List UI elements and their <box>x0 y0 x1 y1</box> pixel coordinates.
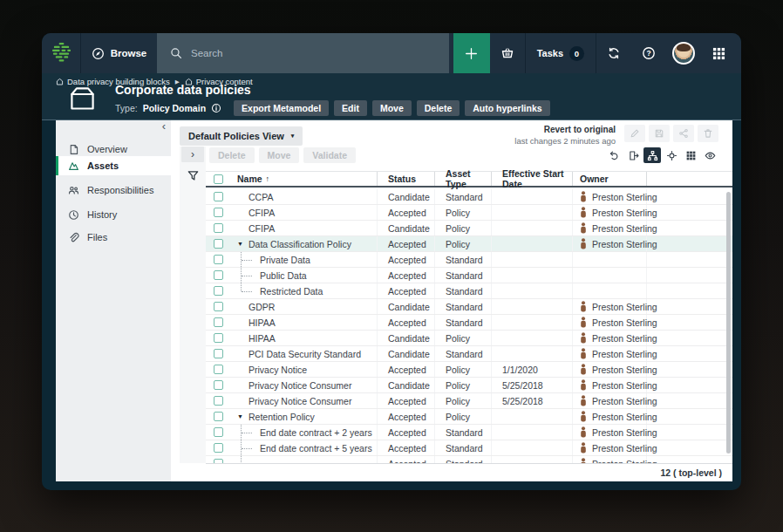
row-checkbox[interactable] <box>214 302 223 311</box>
column-header-name[interactable]: Name↑ <box>230 172 378 186</box>
sync-button[interactable] <box>596 33 631 73</box>
table-row-privacy-notice-consumer[interactable]: Privacy Notice ConsumerAcceptedPolicy5/2… <box>206 393 732 409</box>
tasks-button[interactable]: Tasks 0 <box>526 33 596 73</box>
table-row-retention-policy[interactable]: ▼Retention PolicyAcceptedPolicyPreston S… <box>206 409 732 425</box>
table-row-hipaa[interactable]: HIPAAAcceptedStandardPreston Sterling <box>206 315 732 331</box>
sidebar-item-responsibilities[interactable]: Responsibilities <box>56 181 171 199</box>
vertical-scrollbar[interactable] <box>726 192 731 454</box>
row-checkbox[interactable] <box>214 192 223 201</box>
column-header-owner[interactable]: Owner <box>573 172 647 186</box>
help-button[interactable]: ? <box>631 33 666 73</box>
expand-panel-button[interactable]: › <box>181 147 204 162</box>
asset-name-link[interactable]: Data Classification Policy <box>249 239 351 249</box>
filter-funnel-button[interactable] <box>180 169 206 182</box>
asset-name-link[interactable]: CFIPA <box>249 208 275 218</box>
row-checkbox[interactable] <box>214 317 223 327</box>
auto-hyperlinks-button[interactable]: Auto hyperlinks <box>465 100 549 116</box>
table-row-restricted-data[interactable]: Restricted DataAcceptedStandard <box>206 283 732 299</box>
table-row-end-date-contract-5-years[interactable]: End date contract + 5 yearsAcceptedStand… <box>206 440 732 456</box>
table-row-public-data[interactable]: Public DataAcceptedStandard <box>206 268 732 283</box>
sidebar-item-files[interactable]: Files <box>56 228 171 246</box>
shopping-basket-button[interactable] <box>490 33 525 73</box>
collapse-row-caret[interactable]: ▼ <box>237 413 249 419</box>
row-checkbox[interactable] <box>214 427 223 437</box>
asset-name-link[interactable]: Retention Policy <box>249 412 315 422</box>
apps-menu-button[interactable] <box>701 33 736 73</box>
eye-view-button[interactable] <box>701 147 718 163</box>
undo-view-button[interactable] <box>605 147 623 163</box>
row-checkbox[interactable] <box>214 443 223 453</box>
column-header-asset-type[interactable]: Asset Type <box>435 172 492 186</box>
column-header-effective-start-date[interactable]: Effective Start Date <box>492 172 573 186</box>
asset-name-link[interactable]: HIPAA <box>249 317 276 328</box>
collibra-logo[interactable] <box>42 33 80 73</box>
table-row-private-data[interactable]: Private DataAcceptedStandard <box>206 252 732 268</box>
asset-name-link[interactable]: Privacy Notice <box>249 365 307 375</box>
table-row-partial[interactable]: AcceptedStandardPreston Sterling <box>206 456 732 463</box>
share-button[interactable] <box>673 125 694 142</box>
target-view-button[interactable] <box>663 147 680 163</box>
asset-name-link[interactable]: End date contract + 2 years <box>260 427 372 438</box>
row-checkbox[interactable] <box>214 365 223 374</box>
create-button[interactable] <box>453 33 490 73</box>
asset-name-link[interactable]: Private Data <box>260 255 310 265</box>
sidebar-item-assets[interactable]: Assets <box>56 156 171 175</box>
row-checkbox[interactable] <box>214 223 223 233</box>
table-row-end-date-contract-2-years[interactable]: End date contract + 2 yearsAcceptedStand… <box>206 425 732 440</box>
asset-name-link[interactable]: CCPA <box>249 192 273 202</box>
row-checkbox[interactable] <box>214 239 223 249</box>
row-checkbox[interactable] <box>214 396 223 406</box>
delete-button[interactable]: Delete <box>417 100 460 116</box>
row-checkbox[interactable] <box>214 349 223 358</box>
edit-button[interactable]: Edit <box>334 100 367 116</box>
asset-name-link[interactable]: End date contract + 5 years <box>260 443 372 454</box>
row-checkbox[interactable] <box>214 208 223 217</box>
table-row-ccpa[interactable]: CCPACandidateStandardPreston Sterling <box>206 189 732 205</box>
table-row-data-classification-policy[interactable]: ▼Data Classification PolicyAcceptedPolic… <box>206 236 732 252</box>
revert-to-original-link[interactable]: Revert to original <box>514 125 616 136</box>
asset-name-link[interactable]: PCI Data Security Standard <box>249 349 361 359</box>
search-input[interactable] <box>191 48 449 58</box>
bulk-delete-button[interactable]: Delete <box>209 147 255 163</box>
table-row-cfipa[interactable]: CFIPACandidatePolicyPreston Sterling <box>206 221 732 236</box>
asset-name-link[interactable]: HIPAA <box>249 333 276 344</box>
table-row-privacy-notice-consumer[interactable]: Privacy Notice ConsumerCandidatePolicy5/… <box>206 378 732 393</box>
collapse-row-caret[interactable]: ▼ <box>237 241 249 247</box>
export-view-button[interactable] <box>624 147 642 163</box>
asset-name-link[interactable]: CFIPA <box>249 223 275 234</box>
export-metamodel-button[interactable]: Export Metamodel <box>234 100 329 116</box>
row-checkbox[interactable] <box>214 412 223 421</box>
trash-button[interactable] <box>698 125 718 142</box>
save-button[interactable] <box>649 125 670 142</box>
row-checkbox[interactable] <box>214 270 223 280</box>
row-checkbox[interactable] <box>214 380 223 390</box>
sidebar-item-history[interactable]: History <box>56 206 171 223</box>
column-header-status[interactable]: Status <box>378 172 435 186</box>
sidebar-item-overview[interactable]: Overview <box>56 140 171 158</box>
asset-name-link[interactable]: Restricted Data <box>260 286 323 297</box>
tree-view-button[interactable] <box>643 147 661 163</box>
view-selector-dropdown[interactable]: Default Policies View ▾ <box>180 126 303 146</box>
move-button[interactable]: Move <box>372 100 412 116</box>
collapse-sidebar-button[interactable]: ‹ <box>162 120 166 133</box>
select-all-checkbox[interactable] <box>214 174 223 184</box>
row-checkbox[interactable] <box>214 255 223 264</box>
asset-name-link[interactable]: GDPR <box>249 302 275 312</box>
table-row-hipaa[interactable]: HIPAACandidatePolicyPreston Sterling <box>206 331 732 346</box>
browse-button[interactable]: Browse <box>81 33 157 73</box>
user-menu[interactable] <box>666 33 701 73</box>
asset-name-link[interactable]: Privacy Notice Consumer <box>249 380 351 391</box>
row-checkbox[interactable] <box>214 333 223 343</box>
table-row-gdpr[interactable]: GDPRCandidateStandardPreston Sterling <box>206 299 732 315</box>
table-row-pci-data-security-standard[interactable]: PCI Data Security StandardCandidateStand… <box>206 346 732 362</box>
pencil-button[interactable] <box>624 125 645 142</box>
bulk-validate-button[interactable]: Validate <box>303 147 356 163</box>
asset-name-link[interactable]: Public Data <box>260 270 307 281</box>
asset-name-link[interactable]: Privacy Notice Consumer <box>249 396 351 406</box>
info-icon[interactable] <box>211 103 221 113</box>
table-row-privacy-notice[interactable]: Privacy NoticeAcceptedPolicy1/1/2020Pres… <box>206 362 732 378</box>
row-checkbox[interactable] <box>214 286 223 296</box>
grid-view-button[interactable] <box>682 147 699 163</box>
bulk-move-button[interactable]: Move <box>259 147 300 163</box>
table-row-cfipa[interactable]: CFIPAAcceptedPolicyPreston Sterling <box>206 205 732 221</box>
